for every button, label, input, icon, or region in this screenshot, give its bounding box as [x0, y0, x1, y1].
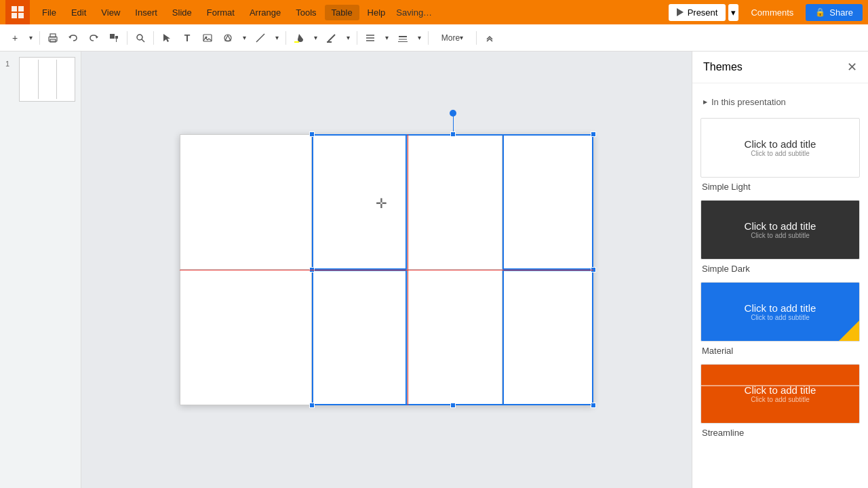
theme-simple-dark-title: Click to add title: [745, 220, 816, 232]
theme-section-material: Click to add title Click to add subtitle…: [701, 282, 860, 356]
theme-simple-light-subtitle: Click to add subtitle: [751, 150, 810, 157]
svg-rect-6: [50, 39, 56, 42]
theme-preview-simple-light[interactable]: Click to add title Click to add subtitle: [701, 118, 860, 178]
border-dropdown2[interactable]: ▾: [381, 28, 392, 47]
menu-table[interactable]: Table: [325, 5, 359, 20]
cell-r0c3[interactable]: [502, 134, 593, 270]
svg-rect-19: [327, 41, 332, 43]
svg-rect-2: [12, 13, 17, 18]
slides-panel: 1: [0, 52, 81, 488]
cell-r0c2[interactable]: [407, 134, 502, 270]
slide-thumbnail-1[interactable]: [19, 57, 75, 102]
present-dropdown-button[interactable]: ▾: [728, 4, 738, 21]
svg-rect-0: [12, 6, 17, 12]
image-button[interactable]: [198, 28, 217, 47]
more-button[interactable]: More ▾: [432, 28, 473, 47]
select-button[interactable]: [157, 28, 176, 47]
in-presentation-item[interactable]: ▶ In this presentation: [701, 92, 860, 113]
theme-name-streamline: Streamline: [701, 428, 860, 438]
cell-r0c1[interactable]: [312, 134, 407, 270]
material-corner-decoration: [839, 321, 859, 341]
fill-dropdown[interactable]: ▾: [310, 28, 321, 47]
handle-top-rotate[interactable]: [450, 110, 456, 117]
menu-help[interactable]: Help: [361, 5, 393, 20]
menu-edit[interactable]: Edit: [64, 5, 93, 20]
title-bar-right: Present ▾ Comments 🔒 Share: [669, 4, 863, 21]
text-button[interactable]: T: [178, 28, 197, 47]
thumb-col-2: [39, 60, 57, 99]
menu-insert[interactable]: Insert: [128, 5, 164, 20]
svg-marker-12: [163, 34, 170, 42]
thumb-col-3: [57, 60, 75, 99]
paint-format-button[interactable]: [104, 28, 123, 47]
cell-r0c0[interactable]: [180, 134, 312, 270]
svg-rect-9: [110, 34, 115, 39]
share-button[interactable]: 🔒 Share: [806, 4, 863, 21]
print-button[interactable]: [43, 28, 62, 47]
table-grid: [180, 134, 593, 405]
redo-button[interactable]: [84, 28, 103, 47]
collapse-button[interactable]: [480, 28, 499, 47]
play-icon: [677, 8, 684, 16]
svg-rect-3: [18, 13, 24, 18]
theme-material-title: Click to add title: [745, 302, 816, 314]
border-dropdown3[interactable]: ▾: [414, 28, 425, 47]
theme-section-streamline: Click to add title Click to add subtitle…: [701, 364, 860, 438]
undo-button[interactable]: [64, 28, 83, 47]
shape-dropdown[interactable]: ▾: [239, 28, 250, 47]
add-dropdown[interactable]: ▾: [25, 28, 36, 47]
theme-name-simple-dark: Simple Dark: [701, 264, 860, 274]
cell-r1c3[interactable]: [502, 270, 593, 405]
slide-canvas[interactable]: ✛: [180, 134, 593, 405]
themes-close-button[interactable]: ✕: [847, 60, 857, 75]
line-dropdown[interactable]: ▾: [271, 28, 282, 47]
theme-name-material: Material: [701, 346, 860, 356]
theme-preview-simple-dark[interactable]: Click to add title Click to add subtitle: [701, 200, 860, 260]
theme-simple-light-title: Click to add title: [745, 138, 816, 150]
in-presentation-label: In this presentation: [711, 97, 786, 107]
menu-format[interactable]: Format: [200, 5, 241, 20]
slide-number-1: 1: [5, 60, 15, 68]
toolbar-group-add: + ▾: [5, 28, 36, 47]
svg-marker-7: [68, 36, 71, 39]
shape-button[interactable]: [218, 28, 237, 47]
svg-marker-16: [225, 35, 231, 41]
zoom-button[interactable]: [131, 28, 150, 47]
theme-section-simple-light: Click to add title Click to add subtitle…: [701, 118, 860, 192]
cell-r1c1[interactable]: [312, 270, 407, 405]
border-dropdown[interactable]: ▾: [342, 28, 353, 47]
menu-view[interactable]: View: [94, 5, 127, 20]
menu-slide[interactable]: Slide: [165, 5, 199, 20]
themes-title: Themes: [703, 61, 743, 73]
svg-rect-18: [294, 41, 299, 43]
app-logo: [5, 0, 30, 24]
fill-color-button[interactable]: [290, 28, 309, 47]
add-button[interactable]: +: [5, 28, 24, 47]
theme-section-simple-dark: Click to add title Click to add subtitle…: [701, 200, 860, 274]
streamline-decoration: [701, 385, 859, 386]
saving-status: Saving…: [396, 7, 432, 18]
theme-streamline-subtitle: Click to add subtitle: [751, 396, 810, 403]
present-button[interactable]: Present: [669, 4, 726, 21]
border-color-button[interactable]: [322, 28, 341, 47]
comments-button[interactable]: Comments: [744, 4, 800, 21]
cell-r1c0[interactable]: [180, 270, 312, 405]
cell-r1c2[interactable]: [407, 270, 502, 405]
canvas-area[interactable]: ✛: [81, 52, 692, 488]
svg-line-11: [142, 39, 144, 42]
line-button[interactable]: [251, 28, 270, 47]
theme-preview-material[interactable]: Click to add title Click to add subtitle: [701, 282, 860, 342]
menu-tools[interactable]: Tools: [289, 5, 323, 20]
handle-line-top: [453, 115, 454, 134]
theme-name-simple-light: Simple Light: [701, 182, 860, 192]
theme-preview-streamline[interactable]: Click to add title Click to add subtitle: [701, 364, 860, 424]
menu-file[interactable]: File: [35, 5, 63, 20]
border-weight-button[interactable]: [393, 28, 412, 47]
title-bar: File Edit View Insert Slide Format Arran…: [0, 0, 868, 24]
menu-arrange[interactable]: Arrange: [243, 5, 288, 20]
move-cursor-icon: ✛: [376, 195, 387, 211]
svg-rect-25: [398, 41, 408, 42]
thumb-col-1: [20, 60, 39, 99]
svg-point-10: [137, 35, 142, 40]
border-style-button[interactable]: [361, 28, 380, 47]
